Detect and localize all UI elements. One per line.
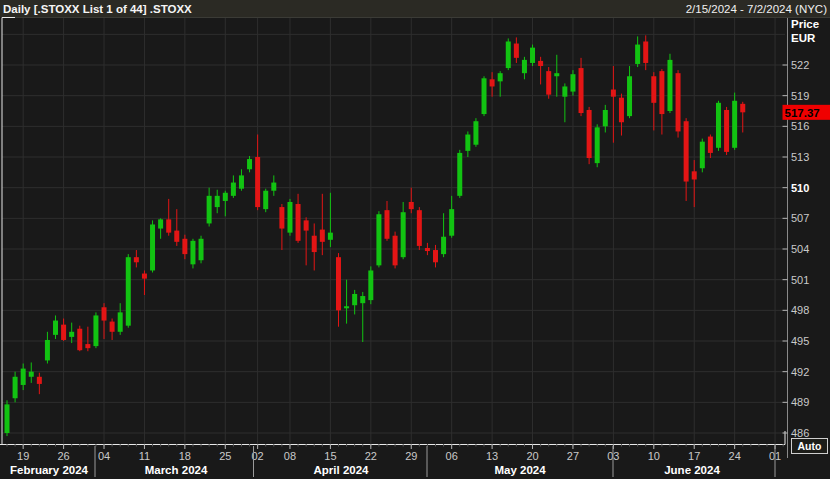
candle-wick <box>411 188 412 214</box>
candle-body <box>77 329 82 350</box>
candle <box>126 254 131 328</box>
price-axis-currency: EUR <box>791 32 816 44</box>
candle <box>5 400 10 436</box>
candle <box>587 107 592 164</box>
price-tick-label: 522 <box>791 59 809 71</box>
candle-body <box>85 344 90 348</box>
candle-body <box>425 248 430 251</box>
candle <box>417 207 422 250</box>
price-tick-label: 513 <box>791 151 809 163</box>
candlestick-chart[interactable]: PriceEUR52251951651351050750450149849549… <box>0 0 830 479</box>
candle-body <box>287 202 292 233</box>
candle-body <box>724 110 729 152</box>
candle <box>150 220 155 272</box>
candle-body <box>522 60 527 73</box>
month-label: April 2024 <box>314 464 370 476</box>
candle <box>595 124 600 167</box>
date-tick-label: 11 <box>139 450 150 462</box>
candle-body <box>684 121 689 181</box>
candle <box>473 118 478 147</box>
candle-body <box>401 212 406 257</box>
price-tick-label: 501 <box>791 274 809 286</box>
price-tick-label: 510 <box>791 182 809 194</box>
candle-body <box>376 214 381 265</box>
candle-body <box>296 204 301 241</box>
candle-body <box>215 196 220 207</box>
candle-body <box>279 207 284 228</box>
date-tick-label: 17 <box>688 450 700 462</box>
price-tick-label: 519 <box>791 90 809 102</box>
candle-wick <box>613 66 614 143</box>
candle-body <box>336 257 341 310</box>
candle-body <box>465 135 470 151</box>
candle-body <box>384 210 389 239</box>
candle-body <box>538 61 543 66</box>
candle <box>530 45 535 66</box>
candle-body <box>328 233 333 240</box>
candle-body <box>207 196 212 224</box>
date-tick-label: 19 <box>17 450 29 462</box>
month-label: June 2024 <box>664 464 720 476</box>
candle <box>676 70 681 137</box>
candle-body <box>352 294 357 305</box>
month-label: March 2024 <box>145 464 208 476</box>
candle-wick <box>694 160 695 207</box>
candle-body <box>457 153 462 196</box>
candle-body <box>530 48 535 63</box>
candle-body <box>247 159 252 169</box>
candle <box>199 236 204 264</box>
price-tick-label: 498 <box>791 304 809 316</box>
date-tick-label: 08 <box>284 450 296 462</box>
candle <box>77 326 82 352</box>
candle-body <box>142 274 147 279</box>
candle-body <box>732 101 737 148</box>
candle-body <box>61 325 66 340</box>
candle-body <box>740 104 745 112</box>
candle-body <box>5 404 10 433</box>
candle-body <box>182 239 187 254</box>
date-tick-label: 29 <box>405 450 417 462</box>
candle-body <box>393 236 398 266</box>
candle-body <box>570 74 575 91</box>
month-label: February 2024 <box>10 464 89 476</box>
candle-wick <box>322 194 323 255</box>
candle-body <box>514 44 519 58</box>
candle-body <box>716 103 721 148</box>
candle-body <box>344 306 349 308</box>
last-price-value: 517.37 <box>785 107 820 119</box>
candle-body <box>29 372 34 377</box>
candle-body <box>166 219 171 232</box>
candle <box>93 312 98 348</box>
candle-body <box>134 257 139 262</box>
date-tick-label: 13 <box>486 450 498 462</box>
candle-body <box>651 76 656 103</box>
candle-wick <box>346 280 347 324</box>
candle-body <box>554 73 559 76</box>
candle <box>546 67 551 99</box>
candle <box>506 38 511 70</box>
candle-body <box>498 73 503 81</box>
price-tick-label: 492 <box>791 366 809 378</box>
candle-body <box>102 307 107 320</box>
candle-body <box>643 41 648 62</box>
candle-body <box>611 90 616 97</box>
auto-scale-button[interactable]: Auto <box>791 438 828 454</box>
candle-body <box>368 270 373 300</box>
candle-body <box>473 121 478 145</box>
candle-body <box>69 332 74 337</box>
date-tick-label: 24 <box>729 450 741 462</box>
candle-body <box>546 71 551 95</box>
candle-body <box>562 86 567 96</box>
candle-body <box>263 191 268 209</box>
title-bar: Daily [.STOXX List 1 of 44] .STOXX 2/15/… <box>0 0 830 17</box>
candle-body <box>45 340 50 360</box>
candle-body <box>603 110 608 126</box>
candle <box>457 150 462 198</box>
candle-body <box>449 209 454 236</box>
date-range: 2/15/2024 - 7/2/2024 (NYC) <box>686 3 827 15</box>
candle-body <box>158 219 163 228</box>
candle-body <box>21 369 26 385</box>
date-tick-label: 22 <box>365 450 377 462</box>
chart-title: Daily [.STOXX List 1 of 44] .STOXX <box>3 3 192 15</box>
candle-body <box>417 210 422 246</box>
